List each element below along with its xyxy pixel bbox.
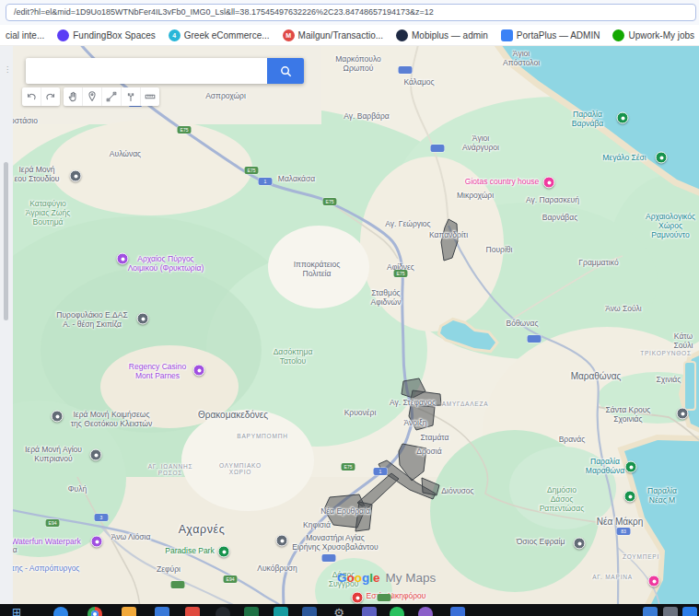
beach-varnava-icon[interactable] xyxy=(617,112,629,124)
taskbar-icon-edge[interactable] xyxy=(53,607,68,616)
taskbar-icon-app-blue[interactable] xyxy=(155,607,169,616)
paradise-park-icon[interactable] xyxy=(218,546,230,558)
google-watermark: Google My Maps xyxy=(337,571,436,585)
archaios-pyrgos-icon[interactable] xyxy=(117,253,129,265)
map-label: Ασπροχώρι xyxy=(205,92,246,101)
measure-button[interactable] xyxy=(141,87,159,106)
windows-taskbar[interactable]: ⊞⚙ xyxy=(0,604,699,616)
waterfun-waterpark-icon[interactable] xyxy=(91,536,103,548)
map-label: Νέα Μάκρη xyxy=(597,517,644,528)
road-badge xyxy=(171,581,185,588)
map-label: Φυλή xyxy=(68,485,87,494)
map-label: Πυροφυλάκιο Ε.ΔΑΣ Α. - θέση Σκιπίζα xyxy=(56,311,127,330)
taskbar-icon-app-yellow[interactable] xyxy=(122,607,136,616)
browser-url-bar: /edit?hl=el&mid=1D9Uo185WTNbFer4IL3vFb0_… xyxy=(0,0,699,26)
beach-marathona-icon[interactable] xyxy=(625,461,637,473)
map-label: Δροσιά xyxy=(416,447,441,457)
regency-casino-icon[interactable] xyxy=(193,365,205,377)
redo-button[interactable] xyxy=(41,87,60,106)
taskbar-icon-chrome[interactable] xyxy=(87,607,102,616)
road-badge xyxy=(378,594,391,601)
map-label: Νέα Ερυθραία xyxy=(320,507,370,517)
taskbar-icon-tray-app-1[interactable] xyxy=(643,607,658,616)
moni-koimiseos-icon[interactable] xyxy=(52,411,64,423)
bookmark-label: FundingBox Spaces xyxy=(73,30,156,41)
map-label: Waterfun Waterpark xyxy=(13,538,81,547)
bookmark-label: cial inte... xyxy=(6,30,44,41)
taskbar-icon-calculator[interactable] xyxy=(450,607,465,616)
map-label: Βόθωνας xyxy=(506,320,538,329)
bookmark-label: Greek eCommerce... xyxy=(184,30,270,41)
map-canvas[interactable]: ΑσπροχώριΜαρκόπουλο ΩρωπούΚάλαμοςΆγιοι Α… xyxy=(13,46,699,604)
poi-pink-bottom-icon[interactable] xyxy=(648,575,660,587)
taskbar-icon-app-dark[interactable] xyxy=(216,607,230,616)
map-label: ώπης - Ασπρόπυργος xyxy=(13,564,79,574)
santa-cruz-icon[interactable] xyxy=(677,408,689,420)
map-label: Μοναστήρι Αγίας Ειρήνης Χρυσοβαλάντου xyxy=(292,534,378,552)
taskbar-icon-teams[interactable] xyxy=(362,607,377,616)
taskbar-icon-start-button[interactable]: ⊞ xyxy=(9,607,24,616)
beach-neas-makris-icon[interactable] xyxy=(624,491,636,503)
taskbar-icon-tray-app-3[interactable] xyxy=(682,607,697,616)
bookmark-label: Mailgun/Transactio... xyxy=(298,30,383,41)
bookmark-item[interactable]: FundingBox Spaces xyxy=(57,29,156,41)
map-label: Γραμματικό xyxy=(578,259,618,268)
osios-efraim-icon[interactable] xyxy=(574,538,586,550)
monastiri-agias-eirinis-icon[interactable] xyxy=(276,535,288,547)
scrollbar[interactable] xyxy=(4,162,8,320)
pan-tool-button[interactable] xyxy=(64,87,83,106)
bookmark-item[interactable]: Mobiplus — admin xyxy=(396,29,488,41)
taskbar-icon-app-teal[interactable] xyxy=(274,607,288,616)
bookmark-item[interactable]: PortaPlus — ADMIN xyxy=(501,29,600,41)
taskbar-icon-settings[interactable]: ⚙ xyxy=(332,607,346,616)
map-label: Ζεφύρι xyxy=(157,565,181,575)
bookmark-item[interactable]: M Mailgun/Transactio... xyxy=(283,29,383,41)
search-input[interactable] xyxy=(31,62,263,82)
map-label: ΤΡΙΚΟΡΥΝΘΟΣ xyxy=(640,350,692,356)
map-label: Σχινιάς xyxy=(657,376,682,385)
taskbar-icon-excel[interactable] xyxy=(244,607,259,616)
map-label: Ιερά Μονή εου Στουδίου xyxy=(15,166,60,184)
add-marker-button[interactable] xyxy=(83,87,102,106)
draw-line-icon xyxy=(105,90,118,103)
giotas-country-house-icon[interactable] xyxy=(543,177,555,189)
beach-megalo-sesi-icon[interactable] xyxy=(656,152,668,164)
search-button[interactable] xyxy=(267,58,304,84)
monastery-stoudiou-icon[interactable] xyxy=(70,170,82,182)
map-label: Καπανδρίτι xyxy=(429,231,468,240)
undo-icon xyxy=(25,90,38,103)
map-label: Σταμάτα xyxy=(421,434,449,443)
map-label: ΖΟΥΜΠΕΡΙ xyxy=(623,553,659,560)
favicon xyxy=(501,29,513,41)
map-label: Λυκόβρυση xyxy=(257,564,297,574)
moni-kyprianou-icon[interactable] xyxy=(90,449,102,461)
map-label: Σταθμός Αφιδνών xyxy=(371,289,402,308)
taskbar-icon-app-red[interactable] xyxy=(185,607,200,616)
estia-marker-icon[interactable] xyxy=(352,592,364,604)
undo-button[interactable] xyxy=(22,87,41,106)
map-label: Πουρίθι xyxy=(486,246,513,255)
pyrofylakio-icon[interactable] xyxy=(137,313,149,325)
road-badge: Ε75 xyxy=(323,198,337,205)
map-label: ΟΛΥΜΠΙΑΚΟ ΧΩΡΙΟ xyxy=(219,462,262,476)
bookmark-label: PortaPlus — ADMIN xyxy=(517,30,600,41)
road-badge: Ε75 xyxy=(342,463,355,471)
bookmark-label: Mobiplus — admin xyxy=(412,30,488,41)
taskbar-icon-word[interactable] xyxy=(302,607,317,616)
favicon xyxy=(57,29,69,41)
bookmark-item[interactable]: 4 Greek eCommerce... xyxy=(169,29,270,41)
bookmark-label: Upwork-My jobs xyxy=(628,30,694,41)
draw-line-button[interactable] xyxy=(102,87,122,106)
add-directions-button[interactable] xyxy=(122,87,141,106)
map-label: Μεγάλο Σέσι xyxy=(602,154,646,163)
map-label: ευκα xyxy=(13,546,17,555)
bookmark-item[interactable]: Upwork-My jobs xyxy=(612,29,694,41)
map-label: ΑΜΥΓΔΑΛΕΖΑ xyxy=(442,401,489,407)
bookmark-item[interactable]: cial inte... xyxy=(6,30,44,41)
taskbar-icon-whatsapp[interactable] xyxy=(390,607,404,616)
url-field[interactable]: /edit?hl=el&mid=1D9Uo185WTNbFer4IL3vFb0_… xyxy=(6,4,696,21)
screen: /edit?hl=el&mid=1D9Uo185WTNbFer4IL3vFb0_… xyxy=(0,0,699,616)
taskbar-icon-viber[interactable] xyxy=(418,607,433,616)
taskbar-icon-tray-app-2[interactable] xyxy=(663,607,678,616)
favicon xyxy=(612,29,624,41)
